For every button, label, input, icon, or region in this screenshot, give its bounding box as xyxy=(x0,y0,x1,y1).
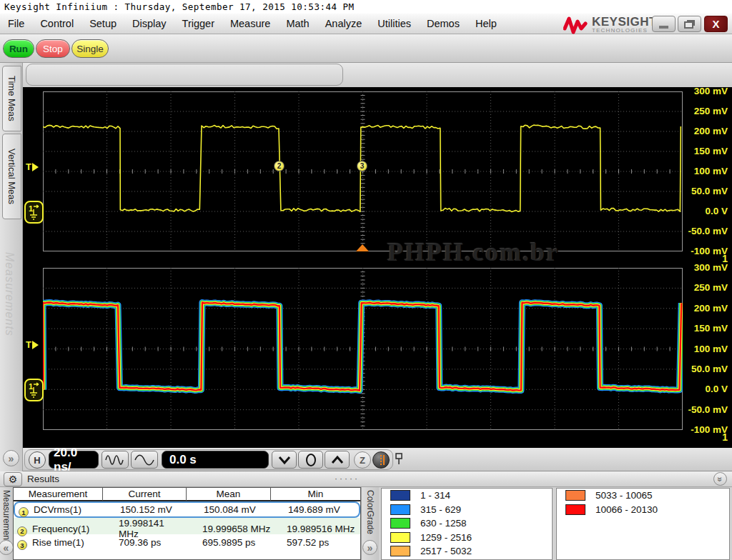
color-swatch xyxy=(390,490,410,501)
menu-display[interactable]: Display xyxy=(124,14,174,34)
expand-colorgrade-button[interactable]: » xyxy=(362,540,377,555)
chevron-right-icon: » xyxy=(9,453,14,464)
trigger-arrow-icon xyxy=(32,341,39,349)
y-axis-label: 250 mV xyxy=(685,282,728,294)
grid-top[interactable] xyxy=(43,91,683,251)
pin-icon xyxy=(395,453,403,466)
timebase-expand-button[interactable] xyxy=(131,451,158,469)
menu-bar: File Control Setup Display Trigger Measu… xyxy=(0,14,732,34)
close-button[interactable]: X xyxy=(704,16,728,32)
legend-row: 1 - 314 xyxy=(382,489,552,503)
sidebar-expand-button[interactable]: » xyxy=(3,450,19,466)
sidebar-watermark: Measurements xyxy=(3,252,16,336)
menu-setup[interactable]: Setup xyxy=(81,14,124,34)
legend-row: 630 - 1258 xyxy=(382,516,552,531)
col-current[interactable]: Current xyxy=(103,488,187,501)
oscilloscope-window: Keysight Infiniium : Thursday, September… xyxy=(0,0,732,560)
results-title: Results xyxy=(27,474,59,484)
channel-number-label: 1 xyxy=(685,431,728,443)
position-zero-button[interactable] xyxy=(298,451,323,469)
channel1-ground-marker-bottom[interactable]: 1 xyxy=(24,379,44,401)
trigger-level-marker-top[interactable]: T xyxy=(26,161,39,172)
table-row[interactable]: 2Frequency(1) 19.998141 MHz 19.999658 MH… xyxy=(14,518,360,534)
colorgrade-legend-right: 5033 - 10065 10066 - 20130 xyxy=(556,488,730,560)
chevron-left-icon: « xyxy=(4,542,9,554)
keysight-logo: KEYSIGHT TECHNOLOGIES xyxy=(563,14,657,36)
col-min[interactable]: Min xyxy=(271,488,360,501)
horizontal-toolbar: H 20.0 ns/ 0.0 s Z xyxy=(23,448,732,471)
position-right-button[interactable] xyxy=(325,451,350,469)
tab-vertical-meas[interactable]: Vertical Meas xyxy=(2,134,21,219)
results-settings-button[interactable]: ⚙ xyxy=(4,472,22,486)
row-badge: 3 xyxy=(17,540,27,550)
menu-analyze[interactable]: Analyze xyxy=(317,14,370,34)
menu-control[interactable]: Control xyxy=(32,14,81,34)
run-button[interactable]: Run xyxy=(3,39,34,58)
zoom-mode-button[interactable]: Z xyxy=(354,451,371,469)
gear-icon: ⚙ xyxy=(9,474,18,485)
table-row[interactable]: 3Rise time(1) 709.36 ps 695.9895 ps 597.… xyxy=(14,534,360,551)
colorgrade-strip-label: ColorGrade xyxy=(365,490,375,534)
svg-text:1: 1 xyxy=(29,382,33,391)
menu-file[interactable]: File xyxy=(0,14,32,34)
menu-demos[interactable]: Demos xyxy=(419,14,468,34)
collapse-measurements-button[interactable]: « xyxy=(0,540,14,555)
measurements-strip-label: Measurement xyxy=(1,490,11,542)
menu-help[interactable]: Help xyxy=(468,14,505,34)
results-table-header: Measurement Current Mean Min xyxy=(14,488,360,501)
keysight-spark-icon xyxy=(563,14,588,36)
trigger-level-marker-bottom[interactable]: T xyxy=(26,339,39,350)
pin-button[interactable] xyxy=(395,453,403,466)
position-left-button[interactable] xyxy=(272,451,297,469)
menu-measure[interactable]: Measure xyxy=(222,14,278,34)
single-button[interactable]: Single xyxy=(71,39,109,58)
legend-row: 5033 - 10065 xyxy=(557,489,729,503)
horizontal-badge[interactable]: H xyxy=(29,451,46,469)
colorgrade-legend-left: 1 - 314 315 - 629 630 - 1258 1259 - 2516… xyxy=(381,488,553,560)
col-mean[interactable]: Mean xyxy=(187,488,271,501)
timebase-scale-display[interactable]: 20.0 ns/ xyxy=(49,451,99,469)
horizontal-position-display[interactable]: 0.0 s xyxy=(162,451,269,469)
minimize-button[interactable] xyxy=(652,16,676,32)
menu-utilities[interactable]: Utilities xyxy=(370,14,419,34)
channel-setup-bar: 1 50Ω 50.0 mV/ 100 mV xyxy=(0,63,732,87)
grid-bottom[interactable] xyxy=(43,268,683,430)
color-swatch xyxy=(565,504,585,515)
title-bar: Keysight Infiniium : Thursday, September… xyxy=(0,0,732,14)
panel-drag-handle[interactable]: ····· xyxy=(335,474,360,484)
y-axis-label: 50.0 mV xyxy=(685,364,728,375)
zero-icon xyxy=(305,453,317,467)
intensity-button[interactable] xyxy=(372,451,390,469)
legend-row: 2517 - 5032 xyxy=(382,544,552,559)
photo-watermark: PHPH.com.br xyxy=(387,237,559,267)
col-measurement[interactable]: Measurement xyxy=(14,488,103,501)
timebase-compress-button[interactable] xyxy=(102,451,129,469)
y-axis-label: 150 mV xyxy=(685,323,728,334)
measurement-marker-2[interactable]: 2 xyxy=(274,161,285,171)
collapse-panel-button[interactable]: » xyxy=(713,472,727,486)
legend-row: 10066 - 20130 xyxy=(557,503,729,517)
waveform-display-area: 300 mV250 mV200 mV150 mV100 mV50.0 mV0.0… xyxy=(23,87,732,448)
results-title-bar: ⚙ Results ····· » xyxy=(0,471,732,487)
chevron-down-icon xyxy=(278,455,291,465)
svg-text:1: 1 xyxy=(29,204,33,213)
trigger-position-icon[interactable] xyxy=(356,244,369,251)
results-table: Measurement Current Mean Min 1DCVrms(1) … xyxy=(13,487,361,560)
measurements-strip: Measurement « xyxy=(0,487,13,560)
chevron-right-icon: » xyxy=(367,542,373,554)
legend-row: 1259 - 2516 xyxy=(382,531,552,545)
menu-math[interactable]: Math xyxy=(278,14,317,34)
trigger-arrow-icon xyxy=(32,163,39,171)
sparse-wave-icon xyxy=(134,454,154,466)
measurement-marker-3[interactable]: 3 xyxy=(357,161,367,171)
brand-tagline: TECHNOLOGIES xyxy=(592,27,657,34)
restore-button[interactable] xyxy=(678,16,701,32)
tab-time-meas[interactable]: Time Meas xyxy=(2,66,21,131)
y-axis-labels-bottom: 300 mV250 mV200 mV150 mV100 mV50.0 mV0.0… xyxy=(685,87,728,448)
channel1-ground-marker-top[interactable]: 1 xyxy=(24,201,44,224)
menu-trigger[interactable]: Trigger xyxy=(174,14,222,34)
stop-button[interactable]: Stop xyxy=(36,39,70,58)
table-row[interactable]: 1DCVrms(1) 150.152 mV 150.084 mV 149.689… xyxy=(14,501,360,518)
dense-wave-icon xyxy=(105,454,125,466)
chevron-double-down-icon: » xyxy=(716,476,726,481)
